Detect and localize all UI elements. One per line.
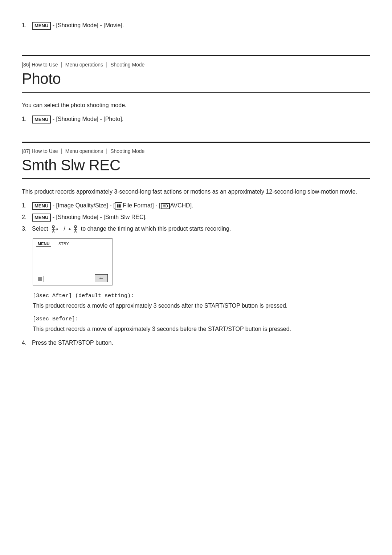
smth-step3-content: Select / (32, 225, 231, 233)
title-divider-smth (22, 178, 370, 179)
step-number-smth3: 3. (22, 226, 29, 232)
person-before-icon (50, 225, 61, 233)
smth-steps: 1. MENU - [Image Quality/Size] - [▮▮File… (22, 202, 370, 233)
after-heading: [3sec After] (default setting): (33, 293, 370, 299)
after-section: [3sec After] (default setting): This pro… (33, 293, 370, 311)
breadcrumb-part2: Menu operations (65, 62, 103, 68)
cam-bottom-left-icon (38, 277, 42, 281)
svg-line-4 (52, 231, 53, 232)
section-divider-2 (22, 142, 370, 143)
smth-step1-text2: ] - [ (152, 202, 160, 208)
smth-step2-content: MENU - [Shooting Mode] - [Smth Slw REC]. (32, 214, 147, 222)
smth-step4-text: Press the START/STOP button. (32, 340, 113, 346)
svg-point-7 (74, 226, 77, 228)
smth-title: Smth Slw REC (22, 157, 370, 174)
breadcrumb-smth: [87] How to Use | Menu operations | Shoo… (22, 148, 370, 154)
menu-button-smth1: MENU (32, 202, 51, 210)
person-after-icon (68, 225, 78, 233)
step-number-smth1: 1. (22, 202, 29, 209)
breadcrumb-part3: Shooting Mode (110, 62, 144, 68)
camera-diagram: MENU STBY ← (33, 238, 113, 285)
photo-title: Photo (22, 70, 370, 88)
before-body: This product records a move of approxima… (33, 324, 370, 334)
file-format-icon: ▮▮ (115, 202, 122, 209)
section-divider-1 (22, 55, 370, 56)
svg-line-12 (75, 231, 77, 232)
cam-arrow-icon: ← (98, 275, 104, 281)
step-number: 1. (22, 22, 29, 29)
smth-step3-text2: to change the timing at which this produ… (81, 226, 231, 232)
breadcrumb-smth-part2: Menu operations (65, 148, 103, 154)
cam-menu-label: MENU (36, 241, 51, 247)
smth-step1-text1: - [Image Quality/Size] - [ (53, 202, 115, 208)
smth-step4-list: 4. Press the START/STOP button. (22, 340, 370, 346)
slash-sep: / (64, 226, 65, 232)
breadcrumb-smth-part1: [87] How to Use (22, 148, 58, 154)
top-steps: 1. MENU - [Shooting Mode] - [Movie]. (22, 22, 370, 30)
before-section: [3sec Before]: This product records a mo… (33, 316, 370, 334)
before-heading: [3sec Before]: (33, 316, 370, 322)
smth-body: This product records approximately 3-sec… (22, 187, 370, 197)
step1-text: - [Shooting Mode] - [Movie]. (53, 22, 124, 28)
breadcrumb-smth-sep1: | (61, 148, 62, 154)
smth-step-3: 3. Select / (22, 225, 370, 233)
smth-step1-content: MENU - [Image Quality/Size] - [▮▮File Fo… (32, 202, 193, 210)
breadcrumb-part1: [86] How to Use (22, 62, 58, 68)
cam-stby-label: STBY (58, 242, 69, 246)
step-number-photo1: 1. (22, 116, 29, 122)
hd-avchd-icon: HD (161, 203, 170, 209)
top-section: 1. MENU - [Shooting Mode] - [Movie]. (22, 15, 370, 44)
breadcrumb-smth-sep2: | (106, 148, 107, 154)
photo-step1-content: MENU - [Shooting Mode] - [Photo]. (32, 116, 123, 123)
smth-step1-file-label: File Format (123, 202, 152, 208)
cam-bottom-left-btn (36, 276, 44, 282)
photo-body: You can select the photo shooting mode. (22, 101, 370, 110)
svg-point-0 (52, 226, 54, 228)
smth-section: [87] How to Use | Menu operations | Shoo… (22, 148, 370, 346)
breadcrumb-smth-part3: Shooting Mode (110, 148, 144, 154)
smth-step-1: 1. MENU - [Image Quality/Size] - [▮▮File… (22, 202, 370, 210)
menu-button-smth2: MENU (32, 214, 51, 222)
cam-bottom-right-btn: ← (95, 274, 108, 282)
breadcrumb-sep1: | (61, 61, 62, 68)
smth-step-4: 4. Press the START/STOP button. (22, 340, 370, 346)
title-divider-photo (22, 92, 370, 93)
svg-line-11 (74, 231, 75, 232)
menu-button-photo: MENU (32, 116, 51, 123)
svg-line-5 (53, 231, 54, 232)
breadcrumb-sep2: | (106, 61, 107, 68)
step-number-smth2: 2. (22, 214, 29, 220)
photo-steps: 1. MENU - [Shooting Mode] - [Photo]. (22, 116, 370, 123)
step-number-smth4: 4. (22, 340, 29, 346)
menu-button-top: MENU (32, 22, 51, 30)
top-step-1: 1. MENU - [Shooting Mode] - [Movie]. (22, 22, 370, 30)
after-body: This product records a movie of approxim… (33, 301, 370, 311)
smth-step2-text: - [Shooting Mode] - [Smth Slw REC]. (53, 214, 147, 220)
photo-section: [86] How to Use | Menu operations | Shoo… (22, 61, 370, 123)
smth-step-2: 2. MENU - [Shooting Mode] - [Smth Slw RE… (22, 214, 370, 222)
breadcrumb-photo: [86] How to Use | Menu operations | Shoo… (22, 61, 370, 68)
step-content: MENU - [Shooting Mode] - [Movie]. (32, 22, 124, 30)
smth-step3-text1: Select (32, 226, 48, 232)
smth-step1-avchd: AVCHD]. (170, 202, 193, 208)
photo-step-1: 1. MENU - [Shooting Mode] - [Photo]. (22, 116, 370, 123)
photo-step1-text: - [Shooting Mode] - [Photo]. (53, 116, 124, 122)
